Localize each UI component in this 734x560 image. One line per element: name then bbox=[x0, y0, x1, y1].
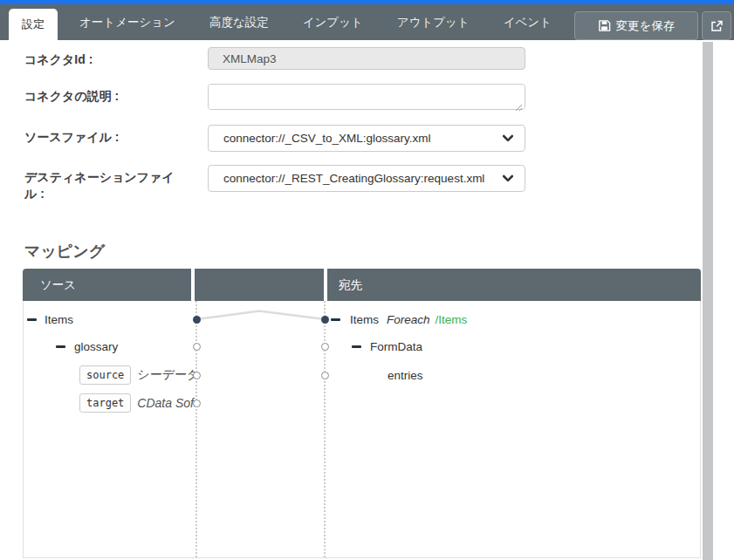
tab-input[interactable]: インプット bbox=[303, 15, 363, 31]
tab-output[interactable]: アウトプット bbox=[397, 15, 470, 31]
foreach-xpath: /Items bbox=[436, 313, 468, 326]
form-row-source-file: ソースファイル : connector://_CSV_to_XML:glossa… bbox=[24, 125, 701, 152]
target-attribute-badge: target bbox=[79, 393, 131, 413]
tab-advanced[interactable]: 高度な設定 bbox=[209, 15, 269, 31]
destination-column-header: 宛先 bbox=[339, 269, 362, 301]
port-source-source-attr[interactable] bbox=[193, 372, 201, 379]
form-row-description: コネクタの説明 : bbox=[24, 84, 701, 110]
source-column-header: ソース bbox=[40, 269, 76, 301]
source-file-value: connector://_CSV_to_XML:glossary.xml bbox=[223, 132, 431, 145]
tab-settings[interactable]: 設定 bbox=[9, 9, 58, 40]
destination-file-label: デスティネーションファイル : bbox=[24, 165, 178, 202]
save-button-label: 変更を保存 bbox=[616, 18, 676, 34]
external-link-icon bbox=[710, 19, 724, 33]
chevron-down-icon bbox=[502, 174, 514, 183]
open-external-button[interactable] bbox=[702, 11, 731, 40]
connector-description-label: コネクタの説明 : bbox=[24, 84, 178, 110]
source-attr-source[interactable]: source シーデータ bbox=[79, 365, 195, 386]
connector-id-input[interactable] bbox=[208, 47, 525, 70]
target-attribute-value: CData Softw bbox=[137, 396, 195, 410]
foreach-modifier: Foreach bbox=[387, 313, 430, 326]
chevron-down-icon bbox=[502, 134, 514, 143]
save-icon bbox=[598, 19, 611, 32]
form-row-destination-file: デスティネーションファイル : connector://_REST_Creati… bbox=[24, 165, 701, 202]
collapse-icon[interactable] bbox=[331, 318, 340, 321]
source-attribute-value: シーデータ bbox=[137, 367, 195, 383]
source-node-glossary[interactable]: glossary bbox=[56, 338, 118, 355]
port-dest-formdata[interactable] bbox=[321, 343, 329, 351]
port-source-glossary[interactable] bbox=[193, 343, 201, 351]
connector-id-label: コネクタId : bbox=[24, 47, 178, 70]
mapping-table-header: ソース 宛先 bbox=[23, 269, 701, 301]
source-attribute-badge: source bbox=[79, 365, 131, 385]
source-attr-target[interactable]: target CData Softw bbox=[79, 393, 195, 413]
dest-node-formdata[interactable]: FormData bbox=[352, 338, 422, 355]
header-separator bbox=[324, 269, 327, 301]
collapse-icon[interactable] bbox=[352, 345, 361, 348]
save-changes-button[interactable]: 変更を保存 bbox=[574, 11, 698, 40]
tab-events[interactable]: イベント bbox=[504, 15, 552, 31]
form-row-connector-id: コネクタId : bbox=[24, 47, 701, 70]
source-file-label: ソースファイル : bbox=[24, 125, 178, 152]
header-separator bbox=[191, 269, 195, 301]
connector-form: コネクタId : コネクタの説明 : ソースファイル : bbox=[0, 40, 734, 202]
destination-file-value: connector://_REST_CreatingGlossary:reque… bbox=[223, 172, 484, 185]
vertical-scrollbar-thumb[interactable] bbox=[703, 42, 713, 560]
source-file-select[interactable]: connector://_CSV_to_XML:glossary.xml bbox=[208, 125, 525, 152]
settings-panel: コネクタId : コネクタの説明 : ソースファイル : bbox=[0, 40, 734, 560]
mapping-table-body: Items glossary source シーデータ target CData… bbox=[23, 301, 701, 558]
collapse-icon[interactable] bbox=[56, 345, 65, 348]
destination-file-select[interactable]: connector://_REST_CreatingGlossary:reque… bbox=[208, 165, 525, 192]
mapping-table: ソース 宛先 Items glossary bbox=[23, 269, 701, 558]
connector-description-input[interactable] bbox=[209, 85, 525, 109]
tab-bar: 設定 オートメーション 高度な設定 インプット アウトプット イベント 変更を保… bbox=[0, 4, 734, 40]
source-node-items[interactable]: Items bbox=[27, 311, 73, 328]
tab-automation[interactable]: オートメーション bbox=[79, 15, 175, 31]
port-dest-entries[interactable] bbox=[321, 372, 329, 379]
dest-node-entries[interactable]: entries bbox=[388, 366, 423, 384]
mapping-section-title: マッピング bbox=[24, 241, 734, 262]
port-source-target-attr[interactable] bbox=[193, 400, 201, 407]
dest-node-items[interactable]: Items Foreach /Items bbox=[331, 311, 467, 328]
collapse-icon[interactable] bbox=[27, 318, 37, 321]
connector-settings-page: 設定 オートメーション 高度な設定 インプット アウトプット イベント 変更を保… bbox=[0, 0, 734, 560]
port-source-items-connected[interactable] bbox=[193, 316, 201, 324]
port-dest-items-connected[interactable] bbox=[321, 316, 329, 324]
